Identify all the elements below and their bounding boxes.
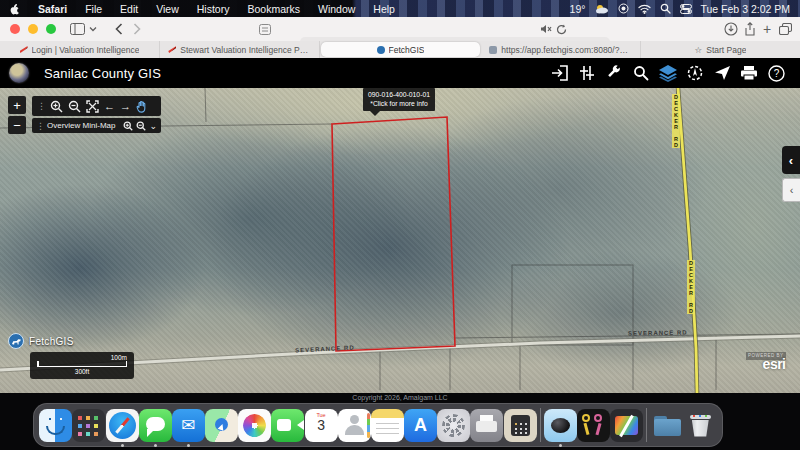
downloads-folder-icon[interactable] [651, 409, 684, 442]
zoom-extent-icon[interactable] [86, 100, 99, 113]
apple-menu[interactable] [0, 2, 29, 15]
scale-line [37, 362, 127, 367]
valuation-favicon [168, 46, 176, 53]
zoom-in-box-icon[interactable] [50, 100, 63, 113]
minimap-zoom-out-icon[interactable] [136, 121, 146, 131]
calendar-day: 3 [305, 418, 338, 432]
copyright-text: Copyright 2026, Amalgam LLC [0, 394, 800, 401]
help-icon[interactable]: ? [766, 63, 786, 83]
calendar-icon[interactable]: Tue 3 [305, 409, 338, 442]
gis-app-header: Sanilac County GIS ? [0, 58, 800, 88]
drag-handle-icon[interactable]: ⋮ [36, 121, 44, 131]
star-icon: ☆ [695, 45, 703, 55]
tab-stewart-valuation[interactable]: Stewart Valuation Intelligence Partner P… [160, 41, 320, 58]
tab-fetchgis-url[interactable]: https://app.fetchgis.com:8080/?url=http.… [481, 41, 641, 58]
scale-metric: 100m [37, 354, 127, 361]
share-icon[interactable] [744, 22, 756, 36]
forward-icon[interactable] [133, 23, 141, 35]
mail-icon[interactable]: ✉ [172, 409, 205, 442]
scale-imperial: 300ft [37, 368, 127, 375]
tab-fetchgis-active[interactable]: FetchGIS [321, 42, 480, 57]
keychain-app-icon[interactable] [577, 409, 610, 442]
maps-icon[interactable] [205, 409, 238, 442]
chevron-down-icon[interactable] [89, 26, 97, 32]
map-feature-overlay [0, 88, 800, 393]
minimize-window-button[interactable] [28, 24, 38, 34]
apple-icon [9, 2, 20, 15]
printer-app-icon[interactable] [470, 409, 503, 442]
menu-item-view[interactable]: View [147, 3, 188, 15]
media-app-icon[interactable] [610, 409, 643, 442]
zoom-in-button[interactable]: + [8, 96, 26, 114]
next-extent-icon[interactable]: → [120, 100, 131, 112]
menu-bar-clock[interactable]: Tue Feb 3 2:02 PM [701, 3, 791, 15]
fetchgis-logo-text: FetchGIS [29, 336, 74, 347]
parcel-tooltip-hint: *Click for more info [368, 100, 430, 109]
facetime-icon[interactable] [271, 409, 304, 442]
weather-icon [595, 4, 609, 14]
safari-tab-bar: Login | Valuation Intelligence Stewart V… [0, 41, 800, 58]
mute-icon[interactable] [540, 24, 552, 34]
menu-item-bookmarks[interactable]: Bookmarks [238, 3, 309, 15]
app-store-icon[interactable]: A [404, 409, 437, 442]
wifi-icon[interactable] [638, 4, 651, 14]
sidebar-icon[interactable] [70, 23, 85, 35]
print-icon[interactable] [739, 63, 759, 83]
road-label-decker-1: DECKER RD [672, 94, 680, 148]
locate-icon[interactable] [685, 63, 705, 83]
esri-brand: esri [746, 360, 786, 368]
parcel-tooltip[interactable]: 090-016-400-010-01 *Click for more info [363, 88, 435, 111]
back-icon[interactable] [115, 23, 123, 35]
temperature-readout: 19° [570, 3, 586, 15]
zoom-out-box-icon[interactable] [68, 100, 81, 113]
menu-item-window[interactable]: Window [309, 3, 364, 15]
tab-overview-icon[interactable] [779, 23, 792, 35]
tab-login-valuation[interactable]: Login | Valuation Intelligence [0, 41, 160, 58]
zoom-out-button[interactable]: − [8, 116, 26, 134]
calculator-icon[interactable] [504, 409, 537, 442]
fetchgis-dog-icon [8, 333, 24, 349]
finder-icon[interactable] [39, 409, 72, 442]
messages-icon[interactable] [139, 409, 172, 442]
menu-item-help[interactable]: Help [364, 3, 404, 15]
close-window-button[interactable] [10, 24, 20, 34]
search-icon[interactable] [631, 63, 651, 83]
menu-item-safari[interactable]: Safari [29, 3, 76, 15]
send-icon[interactable] [712, 63, 732, 83]
page-settings-icon[interactable] [259, 24, 271, 35]
valuation-favicon [20, 46, 28, 53]
new-tab-icon[interactable]: + [763, 21, 771, 37]
previous-extent-icon[interactable]: ← [104, 100, 115, 112]
automator-orb-app-icon[interactable] [544, 409, 577, 442]
minimap-zoom-in-icon[interactable] [123, 121, 133, 131]
layers-icon[interactable] [658, 63, 678, 83]
photos-icon[interactable] [238, 409, 271, 442]
panel-toggle-light-button[interactable]: ‹ [782, 178, 800, 202]
fullscreen-window-button[interactable] [46, 24, 56, 34]
pan-hand-icon[interactable] [136, 100, 148, 113]
notes-icon[interactable] [371, 409, 404, 442]
control-center-icon[interactable] [680, 4, 692, 14]
launchpad-icon[interactable] [72, 409, 105, 442]
spotlight-search-icon[interactable] [660, 3, 671, 14]
drag-handle-icon[interactable]: ⋮ [37, 101, 45, 111]
fetchgis-logo: FetchGIS [8, 333, 74, 349]
measure-icon[interactable] [577, 63, 597, 83]
reload-icon[interactable] [556, 24, 567, 35]
panel-toggle-dark-button[interactable]: ‹ [782, 146, 800, 174]
menu-item-edit[interactable]: Edit [111, 3, 147, 15]
tab-start-page[interactable]: ☆ Start Page [641, 41, 800, 58]
downloads-icon[interactable] [724, 22, 738, 36]
map-canvas[interactable]: SEVERANCE RD SEVERANCE RD DECKER RD DECK… [0, 88, 800, 393]
screen-recording-icon[interactable] [618, 3, 629, 14]
system-settings-icon[interactable] [437, 409, 470, 442]
menu-item-file[interactable]: File [76, 3, 111, 15]
menu-item-history[interactable]: History [188, 3, 239, 15]
contacts-icon[interactable] [338, 409, 371, 442]
tools-icon[interactable] [604, 63, 624, 83]
sign-in-icon[interactable] [550, 63, 570, 83]
fetchgis-favicon [377, 46, 385, 54]
safari-icon[interactable] [106, 409, 139, 442]
trash-icon[interactable] [684, 409, 717, 442]
minimap-collapse-icon[interactable]: ⌄ [149, 123, 157, 129]
